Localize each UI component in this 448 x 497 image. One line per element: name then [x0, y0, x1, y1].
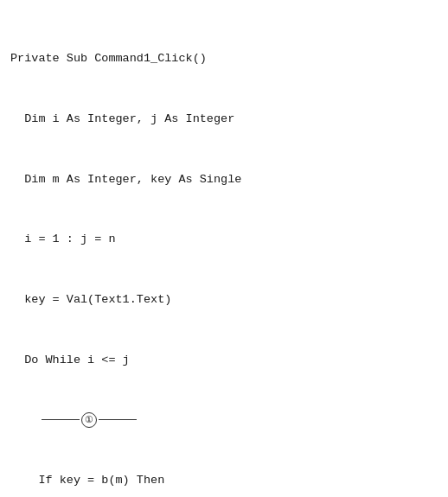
code-line-4: i = 1 : j = n: [10, 229, 438, 249]
hr-right: [99, 419, 137, 420]
code-line-7: If key = b(m) Then: [10, 470, 438, 490]
code-line-2: Dim i As Integer, j As Integer: [10, 109, 438, 129]
code-line-1: Private Sub Command1_Click(): [10, 48, 438, 68]
circle-number: ①: [81, 412, 97, 428]
blank-line-with-circle: ①: [10, 410, 438, 430]
code-line-6: Do While i <= j: [10, 350, 438, 370]
hr-left: [42, 419, 80, 420]
code-line-3: Dim m As Integer, key As Single: [10, 169, 438, 189]
code-block: Private Sub Command1_Click() Dim i As In…: [0, 0, 448, 497]
code-line-5: key = Val(Text1.Text): [10, 290, 438, 309]
